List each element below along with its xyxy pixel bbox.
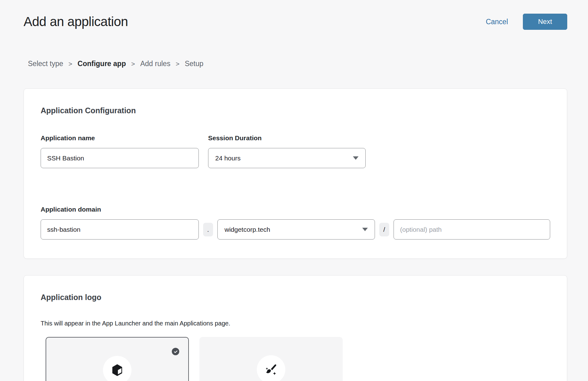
session-duration-value: 24 hours	[215, 155, 241, 162]
cube-icon	[110, 363, 124, 377]
slash-separator: /	[379, 223, 389, 236]
step-separator: >	[176, 60, 179, 68]
page-title: Add an application	[24, 14, 128, 29]
logo-description: This will appear in the App Launcher and…	[41, 320, 550, 327]
application-name-input[interactable]	[41, 148, 199, 168]
logo-option-default[interactable]	[46, 337, 189, 381]
domain-select[interactable]: widgetcorp.tech	[217, 219, 375, 240]
application-domain-field: Application domain . widgetcorp.tech /	[41, 206, 550, 240]
application-configuration-card: Application Configuration Application na…	[24, 88, 567, 259]
application-name-field: Application name	[41, 134, 199, 168]
chevron-down-icon	[353, 156, 359, 160]
logo-heading: Application logo	[41, 293, 550, 302]
next-button[interactable]: Next	[523, 14, 567, 30]
step-add-rules[interactable]: Add rules	[140, 60, 170, 68]
application-logo-card: Application logo This will appear in the…	[24, 275, 567, 381]
session-duration-label: Session Duration	[208, 134, 366, 142]
default-logo-circle	[103, 356, 131, 381]
custom-logo-circle	[257, 355, 285, 381]
configuration-heading: Application Configuration	[41, 106, 550, 115]
step-separator: >	[131, 60, 135, 68]
subdomain-input[interactable]	[41, 219, 199, 240]
session-duration-field: Session Duration 24 hours	[208, 134, 366, 168]
cancel-button[interactable]: Cancel	[486, 18, 508, 26]
logo-options	[46, 337, 550, 381]
application-domain-label: Application domain	[41, 206, 550, 213]
domain-select-value: widgetcorp.tech	[225, 226, 270, 233]
session-duration-select[interactable]: 24 hours	[208, 148, 366, 168]
dot-separator: .	[203, 223, 213, 236]
chevron-down-icon	[362, 228, 368, 231]
check-icon	[173, 349, 178, 354]
step-select-type[interactable]: Select type	[28, 60, 63, 68]
path-input[interactable]	[394, 219, 550, 240]
paintbrush-sparkles-icon	[264, 363, 278, 376]
logo-option-custom[interactable]	[199, 337, 343, 381]
header-actions: Cancel Next	[486, 14, 567, 30]
step-separator: >	[69, 60, 72, 68]
page-header: Add an application Cancel Next	[24, 0, 567, 30]
breadcrumb: Select type > Configure app > Add rules …	[28, 60, 567, 68]
selected-check-badge	[172, 348, 179, 355]
step-setup[interactable]: Setup	[185, 60, 203, 68]
application-name-label: Application name	[41, 134, 199, 142]
step-configure-app[interactable]: Configure app	[78, 60, 126, 68]
